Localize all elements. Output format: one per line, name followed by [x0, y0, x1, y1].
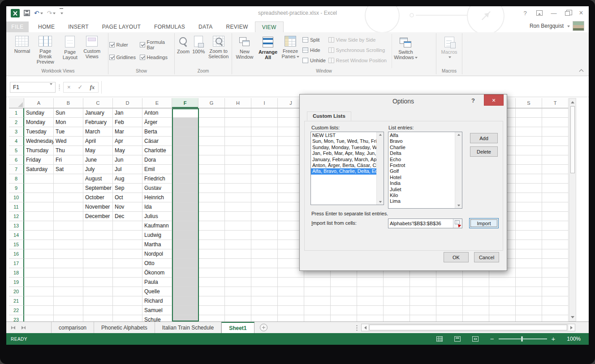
unhide-button[interactable]: Unhide	[302, 56, 326, 65]
cancel-icon[interactable]: ×	[67, 84, 71, 90]
column-header[interactable]: S	[516, 98, 542, 108]
cell[interactable]	[542, 146, 569, 155]
cell[interactable]	[113, 306, 142, 315]
scroll-right-icon[interactable]	[568, 324, 575, 331]
cell[interactable]	[489, 296, 516, 306]
cell[interactable]	[24, 249, 54, 259]
row-header[interactable]: 23	[9, 315, 24, 321]
cell[interactable]	[83, 221, 113, 231]
show-checkbox[interactable]: Formula Bar	[140, 39, 174, 50]
cell[interactable]	[24, 287, 54, 296]
cell[interactable]	[225, 268, 251, 278]
page-break-shortcut-icon[interactable]	[472, 336, 479, 342]
cell[interactable]	[384, 306, 410, 315]
customize-qat-button[interactable]	[60, 8, 63, 18]
zoom-to-selection-button[interactable]: Zoom to Selection	[206, 34, 231, 68]
cell[interactable]	[357, 315, 384, 321]
custom-list-item[interactable]: Jan, Feb, Mar, Apr, May, Jun, Ju	[311, 150, 376, 156]
row-header[interactable]: 1	[9, 108, 24, 118]
cell[interactable]: Quelle	[142, 287, 172, 296]
cell[interactable]	[410, 278, 436, 287]
cell[interactable]	[24, 184, 54, 193]
cell[interactable]	[251, 296, 278, 306]
cell[interactable]	[357, 306, 384, 315]
cell[interactable]	[542, 127, 569, 137]
cell[interactable]: January	[83, 108, 113, 118]
list-entries-listbox[interactable]: AlfaBravoCharlieDeltaEchoFoxtrotGolfHote…	[388, 132, 462, 209]
cell[interactable]	[542, 296, 569, 306]
cell[interactable]	[251, 184, 278, 193]
list-entry-item[interactable]: Charlie	[388, 145, 455, 150]
previous-sheet-icon[interactable]	[11, 326, 15, 330]
cell-selected-column[interactable]	[172, 108, 198, 118]
cell[interactable]	[225, 259, 251, 268]
cell[interactable]: Friedrich	[142, 174, 172, 184]
cell[interactable]	[113, 278, 142, 287]
cell[interactable]: Richard	[142, 296, 172, 306]
row-header[interactable]: 18	[9, 268, 24, 278]
cell[interactable]	[516, 287, 542, 296]
cell[interactable]	[225, 127, 251, 137]
cell[interactable]	[198, 259, 225, 268]
cell[interactable]	[24, 174, 54, 184]
cell[interactable]	[542, 184, 569, 193]
cell[interactable]	[251, 155, 278, 165]
page-break-preview-button[interactable]: Page Break Preview	[31, 34, 59, 68]
cell[interactable]	[83, 268, 113, 278]
cell[interactable]	[542, 174, 569, 184]
cell[interactable]: Heinrich	[142, 193, 172, 202]
cell[interactable]	[225, 155, 251, 165]
cell[interactable]	[113, 249, 142, 259]
tab-file[interactable]: FILE	[6, 21, 29, 32]
cell[interactable]	[542, 155, 569, 165]
cell[interactable]	[83, 306, 113, 315]
cell[interactable]	[225, 108, 251, 118]
cell[interactable]	[542, 202, 569, 212]
cell[interactable]	[278, 296, 304, 306]
cell[interactable]	[384, 315, 410, 321]
cell[interactable]	[24, 278, 54, 287]
enter-icon[interactable]: ✓	[78, 84, 83, 90]
cell[interactable]: Aug	[113, 174, 142, 184]
cell[interactable]: Dora	[142, 155, 172, 165]
cell[interactable]	[278, 315, 304, 321]
cell[interactable]	[384, 296, 410, 306]
cell[interactable]	[542, 221, 569, 231]
column-header[interactable]: C	[83, 98, 113, 108]
cell[interactable]	[198, 296, 225, 306]
custom-views-button[interactable]: Custom Views	[81, 34, 103, 68]
synchronous-scrolling-button[interactable]: Synchronous Scrolling	[328, 46, 387, 55]
cell[interactable]	[198, 127, 225, 137]
minimize-icon[interactable]: —	[549, 10, 559, 17]
custom-lists-listbox[interactable]: NEW LISTSun, Mon, Tue, Wed, Thu, Fri, SS…	[310, 132, 384, 205]
list-entry-item[interactable]: Hotel	[388, 175, 455, 180]
cell[interactable]	[436, 315, 463, 321]
cell[interactable]	[278, 306, 304, 315]
cell-selected-column[interactable]	[172, 287, 198, 296]
cell[interactable]	[198, 184, 225, 193]
cell[interactable]	[542, 249, 569, 259]
cell[interactable]: Tue	[54, 127, 83, 137]
cell[interactable]	[54, 278, 83, 287]
zoom-button[interactable]: Zoom	[176, 34, 191, 68]
page-layout-shortcut-icon[interactable]	[454, 336, 461, 342]
cell[interactable]	[516, 202, 542, 212]
next-sheet-icon[interactable]	[22, 326, 26, 330]
cell[interactable]	[304, 296, 331, 306]
cell[interactable]	[463, 306, 489, 315]
cell[interactable]: Mon	[54, 118, 83, 127]
cell[interactable]	[410, 315, 436, 321]
cell[interactable]	[113, 231, 142, 240]
cell[interactable]: Sun	[54, 108, 83, 118]
cell[interactable]: July	[83, 165, 113, 174]
cell[interactable]	[516, 259, 542, 268]
cell-selected-column[interactable]	[172, 231, 198, 240]
cell[interactable]	[24, 268, 54, 278]
cell[interactable]: Otto	[142, 259, 172, 268]
cell[interactable]	[516, 278, 542, 287]
cell[interactable]	[225, 212, 251, 221]
show-checkbox[interactable]: Ruler	[109, 39, 139, 50]
cell[interactable]	[225, 118, 251, 127]
cell[interactable]	[225, 231, 251, 240]
sheet-tab[interactable]: Phonetic Alphabets	[94, 322, 155, 334]
